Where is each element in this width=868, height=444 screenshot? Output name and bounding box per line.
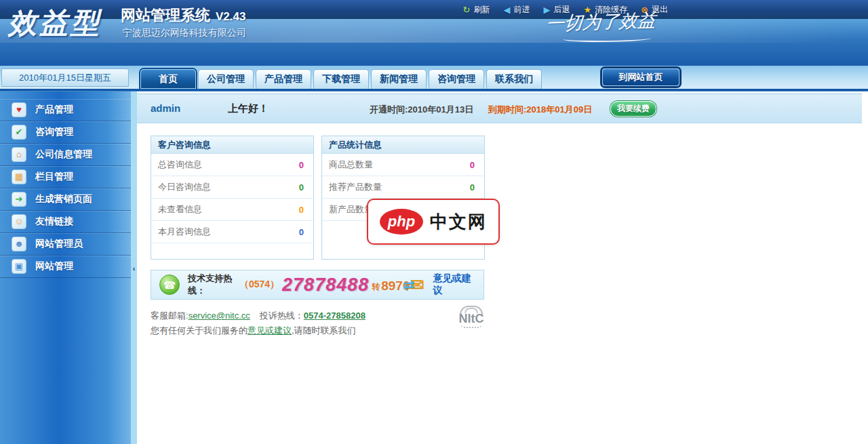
tab-inquiry-mgmt[interactable]: 咨询管理	[429, 69, 484, 89]
feedback-footer-link[interactable]: 意见或建议	[248, 325, 292, 336]
welcome-bar: admin 上午好！ 开通时间:2010年01月13日 到期时间:2018年01…	[137, 94, 862, 123]
envelope-icon: ⇄✉	[410, 275, 424, 294]
tab-news-mgmt[interactable]: 新闻管理	[371, 69, 427, 89]
refresh-link[interactable]: ↻ 刷新	[463, 4, 490, 16]
feedback-link[interactable]: 意见或建议	[433, 273, 473, 297]
sidebar-item-site-mgmt[interactable]: ▣ 网站管理	[0, 256, 131, 278]
open-time: 开通时间:2010年01月13日	[370, 104, 473, 116]
app-version: V2.43	[216, 10, 245, 23]
sidebar-menu: ♥ 产品管理 ✔ 咨询管理 ⌂ 公司信息管理 ▦ 栏目管理 ➔ 生成营销页面 ☺…	[0, 92, 131, 278]
expire-time: 到期时间:2018年01月09日	[488, 104, 592, 116]
panel-title: 客户咨询信息	[151, 136, 313, 154]
support-hotline-label: 技术支持热线：	[188, 273, 239, 297]
stat-value: 0	[299, 182, 304, 193]
forward-label: 前进	[513, 4, 530, 16]
tab-contact-us[interactable]: 联系我们	[486, 69, 542, 89]
support-phone-number: 27878488	[282, 275, 369, 296]
stat-value: 0	[299, 160, 304, 170]
stat-label: 商品总数量	[329, 159, 373, 171]
company-subtitle: 宁波思迈尔网络科技有限公司	[123, 27, 246, 39]
php-cn-text: 中文网	[430, 210, 487, 234]
stat-row-total-inquiries: 总咨询信息 0	[151, 154, 313, 176]
product-icon: ♥	[12, 102, 26, 117]
header-banner	[0, 19, 868, 66]
tab-home[interactable]: 首页	[140, 69, 196, 89]
hotline-label: 投诉热线：	[260, 310, 304, 321]
grid-icon: ▦	[12, 169, 26, 184]
note-prefix: 您有任何关于我们服务的	[151, 325, 248, 336]
complaint-hotline-link[interactable]: 0574-27858208	[304, 310, 366, 321]
stat-label: 未查看信息	[158, 203, 202, 216]
email-label: 客服邮箱:	[151, 310, 189, 321]
slogan-calligraphy: 一切为了效益	[545, 7, 670, 36]
sidebar-item-friendly-links[interactable]: ☺ 友情链接	[0, 211, 131, 233]
nitc-logo-text: NItC	[453, 313, 490, 324]
stat-label: 推荐产品数量	[329, 181, 382, 193]
nitc-logo: NItC	[453, 306, 490, 328]
sidebar-item-inquiry-mgmt[interactable]: ✔ 咨询管理	[0, 121, 131, 144]
stat-value: 0	[299, 205, 304, 215]
mail-swoosh-icon: ⇄	[403, 277, 415, 293]
nav-bar: 2010年01月15日星期五 首页 公司管理 产品管理 下载管理 新闻管理 咨询…	[0, 66, 868, 89]
main-content: admin 上午好！ 开通时间:2010年01月13日 到期时间:2018年01…	[137, 92, 863, 444]
collapse-arrow-icon[interactable]: ‹	[131, 264, 137, 273]
tab-company-mgmt[interactable]: 公司管理	[198, 69, 254, 89]
goto-site-home-button[interactable]: 到网站首页	[602, 68, 679, 86]
note-suffix: ,请随时联系我们	[292, 325, 356, 336]
panel-title: 产品统计信息	[322, 136, 484, 154]
sidebar-item-label: 公司信息管理	[35, 148, 92, 161]
app-title: 网站管理系统V2.43	[121, 5, 245, 26]
tab-product-mgmt[interactable]: 产品管理	[256, 69, 311, 89]
sidebar-item-label: 网站管理员	[35, 238, 83, 250]
app-title-text: 网站管理系统	[121, 7, 210, 24]
refresh-icon: ↻	[463, 5, 471, 15]
arrow-page-icon: ➔	[12, 192, 26, 207]
customer-inquiry-panel: 客户咨询信息 总咨询信息 0 今日咨询信息 0 未查看信息 0 本月咨询信息 0	[151, 136, 314, 260]
renew-button[interactable]: 我要续费	[610, 101, 656, 117]
sidebar-item-product-mgmt[interactable]: ♥ 产品管理	[0, 99, 131, 121]
check-icon: ✔	[12, 125, 26, 140]
sidebar-item-label: 友情链接	[35, 216, 73, 228]
brand-logo: 效益型	[8, 4, 102, 42]
user-icon: ☻	[12, 237, 26, 251]
date-display: 2010年01月15日星期五	[1, 68, 129, 87]
phone-icon: ☎	[159, 275, 180, 295]
sidebar-item-column-mgmt[interactable]: ▦ 栏目管理	[0, 166, 131, 188]
stat-value: 0	[299, 227, 304, 237]
building-icon: ⌂	[12, 147, 26, 162]
footer-note-line: 您有任何关于我们服务的意见或建议,请随时联系我们	[151, 325, 356, 337]
stat-row-today-inquiries: 今日咨询信息 0	[151, 176, 313, 199]
monitor-icon: ▣	[12, 259, 26, 274]
admin-dashboard-page: ↻ 刷新 ◀ 前进 ▶ 后退 ★ 清除缓存 ⊗ 退出 效益型 网站管理系统V2.…	[0, 0, 868, 444]
stat-row-unread-messages: 未查看信息 0	[151, 199, 313, 221]
greeting-text: 上午好！	[228, 102, 269, 115]
sidebar-item-label: 咨询管理	[35, 126, 73, 138]
people-icon: ☺	[12, 214, 26, 229]
sidebar-item-site-admins[interactable]: ☻ 网站管理员	[0, 233, 131, 256]
refresh-label: 刷新	[473, 4, 490, 16]
stat-value: 0	[470, 160, 475, 170]
stat-label: 总咨询信息	[158, 159, 202, 171]
sidebar-item-label: 生成营销页面	[35, 193, 92, 205]
stat-row-recommended-products: 推荐产品数量 0	[322, 176, 484, 199]
php-cn-watermark: php 中文网	[367, 199, 500, 245]
extension-label: 转	[372, 281, 380, 293]
stat-label: 本月咨询信息	[158, 226, 211, 238]
stat-row-month-inquiries: 本月咨询信息 0	[151, 221, 313, 243]
forward-link[interactable]: ◀ 前进	[503, 4, 530, 16]
sidebar-item-label: 产品管理	[35, 104, 73, 116]
sidebar-item-company-info-mgmt[interactable]: ⌂ 公司信息管理	[0, 144, 131, 166]
stat-row-total-products: 商品总数量 0	[322, 154, 484, 176]
sidebar-item-label: 栏目管理	[35, 171, 73, 183]
area-code: （0574）	[239, 279, 279, 291]
php-logo-badge: php	[380, 209, 423, 235]
footer-contact-line: 客服邮箱:service@nitc.cc投诉热线：0574-27858208	[151, 310, 366, 322]
tab-download-mgmt[interactable]: 下载管理	[313, 69, 369, 89]
sidebar-item-generate-marketing-page[interactable]: ➔ 生成营销页面	[0, 188, 131, 211]
nav-tabs: 首页 公司管理 产品管理 下载管理 新闻管理 咨询管理 联系我们	[140, 69, 542, 89]
sidebar-collapse-strip[interactable]: ‹	[131, 92, 137, 444]
sidebar-item-label: 网站管理	[35, 260, 73, 273]
sidebar: ♥ 产品管理 ✔ 咨询管理 ⌂ 公司信息管理 ▦ 栏目管理 ➔ 生成营销页面 ☺…	[0, 92, 131, 444]
arrow-left-icon: ◀	[503, 5, 510, 15]
service-email-link[interactable]: service@nitc.cc	[189, 310, 250, 321]
